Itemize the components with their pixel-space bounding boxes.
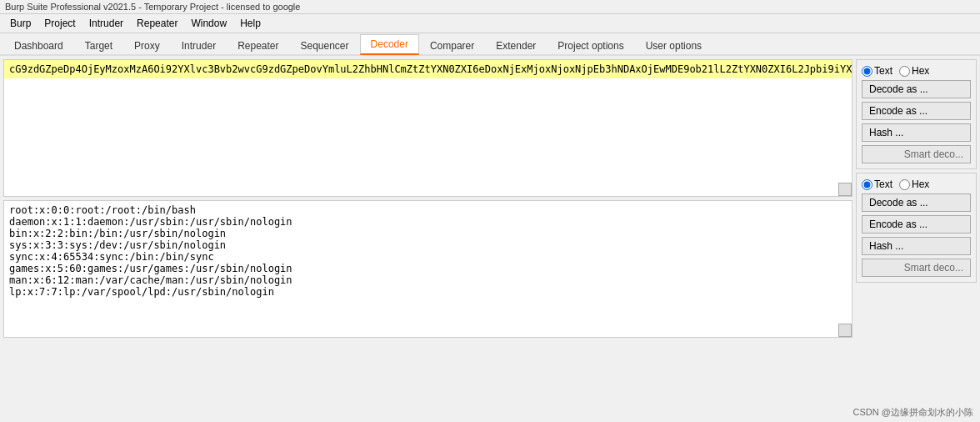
top-control-group: Text Hex Decode as ... Encode as ... Has…: [856, 59, 977, 169]
menu-window[interactable]: Window: [184, 16, 233, 31]
bottom-hash-button[interactable]: Hash ...: [862, 237, 971, 255]
tab-sequencer[interactable]: Sequencer: [290, 36, 360, 55]
title-bar: Burp Suite Professional v2021.5 - Tempor…: [0, 0, 980, 14]
decoded-line-4: sync:x:4:65534:sync:/bin:/bin/sync: [9, 251, 847, 263]
tab-proxy[interactable]: Proxy: [123, 36, 171, 55]
tab-bar: Dashboard Target Proxy Intruder Repeater…: [0, 33, 980, 56]
top-scrollbar[interactable]: [838, 183, 852, 196]
tab-comparer[interactable]: Comparer: [419, 36, 485, 55]
bottom-hex-label: Hex: [912, 178, 929, 190]
top-radio-row: Text Hex: [862, 65, 971, 77]
menu-bar: Burp Project Intruder Repeater Window He…: [0, 14, 980, 33]
top-text-radio[interactable]: Text: [862, 65, 892, 77]
bottom-smart-decode-button[interactable]: Smart deco...: [862, 259, 971, 277]
decoded-text-content: root:x:0:0:root:/root:/bin/bash daemon:x…: [4, 201, 852, 301]
main-content: cG9zdGZpeDp4OjEyMzoxMzA6Oi92YXlvc3Bvb2wv…: [0, 56, 980, 411]
footer-text: CSDN @边缘拼命划水的小陈: [853, 407, 973, 417]
bottom-text-radio[interactable]: Text: [862, 178, 892, 190]
top-text-radio-input[interactable]: [862, 66, 872, 77]
bottom-radio-row: Text Hex: [862, 178, 971, 190]
bottom-text-radio-input[interactable]: [862, 179, 872, 190]
decoded-line-7: lp:x:7:7:lp:/var/spool/lpd:/usr/sbin/nol…: [9, 286, 847, 298]
decoded-line-6: man:x:6:12:man:/var/cache/man:/usr/sbin/…: [9, 274, 847, 286]
tab-user-options[interactable]: User options: [635, 36, 712, 55]
tab-project-options[interactable]: Project options: [547, 36, 634, 55]
bottom-text-panel[interactable]: root:x:0:0:root:/root:/bin/bash daemon:x…: [3, 200, 852, 338]
top-text-panel[interactable]: cG9zdGZpeDp4OjEyMzoxMzA6Oi92YXlvc3Bvb2wv…: [3, 59, 852, 197]
bottom-scrollbar[interactable]: [838, 324, 852, 337]
menu-project[interactable]: Project: [38, 16, 82, 31]
decoded-line-5: games:x:5:60:games:/usr/games:/usr/sbin/…: [9, 263, 847, 274]
tab-extender[interactable]: Extender: [485, 36, 547, 55]
tab-decoder[interactable]: Decoder: [360, 34, 419, 55]
top-decode-as-button[interactable]: Decode as ...: [862, 80, 971, 98]
right-panel: Text Hex Decode as ... Encode as ... Has…: [856, 59, 977, 408]
bottom-text-label: Text: [874, 178, 892, 190]
bottom-control-group: Text Hex Decode as ... Encode as ... Has…: [856, 173, 977, 283]
menu-help[interactable]: Help: [233, 16, 268, 31]
top-smart-decode-button[interactable]: Smart deco...: [862, 145, 971, 163]
top-hex-radio-input[interactable]: [899, 66, 910, 77]
decoded-line-0: root:x:0:0:root:/root:/bin/bash: [9, 204, 847, 216]
menu-burp[interactable]: Burp: [3, 16, 38, 31]
title-text: Burp Suite Professional v2021.5 - Tempor…: [5, 2, 300, 12]
decoded-line-2: bin:x:2:2:bin:/bin:/usr/sbin/nologin: [9, 228, 847, 239]
decoded-line-3: sys:x:3:3:sys:/dev:/usr/sbin/nologin: [9, 239, 847, 251]
bottom-encode-as-button[interactable]: Encode as ...: [862, 215, 971, 234]
bottom-decode-as-button[interactable]: Decode as ...: [862, 193, 971, 212]
top-hex-label: Hex: [912, 65, 929, 77]
top-text-content[interactable]: cG9zdGZpeDp4OjEyMzoxMzA6Oi92YXlvc3Bvb2wv…: [4, 60, 852, 78]
decoded-line-1: daemon:x:1:1:daemon:/usr/sbin:/usr/sbin/…: [9, 216, 847, 228]
top-encoded-text: cG9zdGZpeDp4OjEyMzoxMzA6Oi92YXlvc3Bvb2wv…: [9, 63, 852, 75]
top-encode-as-button[interactable]: Encode as ...: [862, 102, 971, 120]
top-hex-radio[interactable]: Hex: [899, 65, 929, 77]
menu-intruder[interactable]: Intruder: [82, 16, 130, 31]
bottom-hex-radio-input[interactable]: [899, 179, 910, 190]
footer: CSDN @边缘拼命划水的小陈: [853, 406, 973, 419]
menu-repeater[interactable]: Repeater: [130, 16, 184, 31]
left-panels: cG9zdGZpeDp4OjEyMzoxMzA6Oi92YXlvc3Bvb2wv…: [3, 59, 852, 408]
tab-repeater[interactable]: Repeater: [227, 36, 289, 55]
top-hash-button[interactable]: Hash ...: [862, 123, 971, 142]
tab-dashboard[interactable]: Dashboard: [3, 36, 74, 55]
tab-intruder[interactable]: Intruder: [171, 36, 227, 55]
top-text-label: Text: [874, 65, 892, 77]
bottom-hex-radio[interactable]: Hex: [899, 178, 929, 190]
tab-target[interactable]: Target: [74, 36, 123, 55]
